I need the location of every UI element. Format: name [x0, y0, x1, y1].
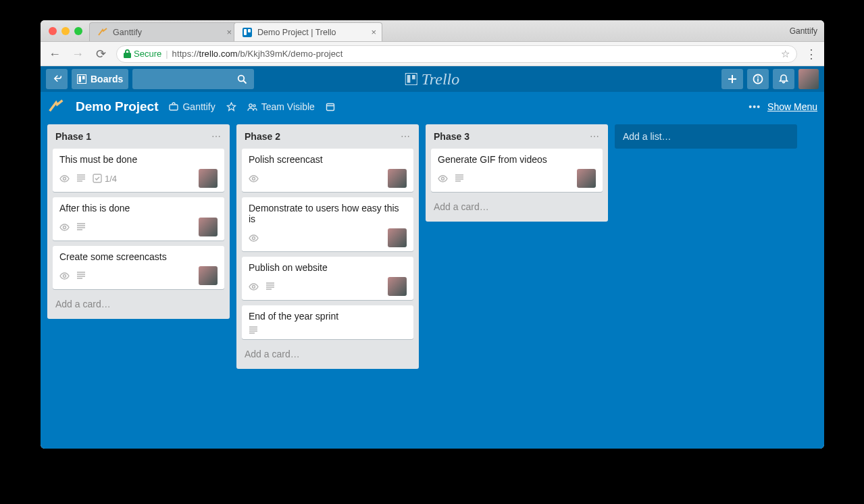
svg-line-7	[244, 80, 247, 83]
description-icon	[455, 174, 464, 183]
nav-reload-button[interactable]: ⟳	[93, 48, 108, 60]
watch-icon	[249, 233, 259, 243]
close-tab-icon[interactable]: ×	[226, 27, 232, 37]
card[interactable]: Demonstrate to users how easy this is	[242, 197, 413, 251]
trello-app: Boards Trello	[41, 66, 824, 449]
card[interactable]: This must be done1/4	[53, 149, 224, 192]
user-avatar[interactable]	[798, 69, 819, 89]
card-title: Publish on website	[249, 262, 407, 273]
member-avatar[interactable]	[388, 277, 407, 296]
show-menu-link[interactable]: Show Menu	[767, 101, 817, 112]
close-window-button[interactable]	[49, 27, 57, 35]
list-menu-button[interactable]: ⋯	[401, 131, 411, 142]
card-title: Generate GIF from videos	[438, 154, 596, 165]
search-input[interactable]	[132, 69, 254, 89]
member-avatar[interactable]	[199, 266, 218, 285]
visibility-label: Team Visible	[261, 101, 315, 112]
star-icon	[226, 102, 236, 112]
add-card-button[interactable]: Add a card…	[431, 197, 603, 216]
list-header: Phase 1⋯	[53, 130, 224, 143]
svg-point-16	[253, 104, 255, 106]
create-button[interactable]	[721, 69, 743, 89]
card[interactable]: End of the year sprint	[242, 305, 413, 339]
browser-window: Ganttify × Demo Project | Trello × Gantt…	[41, 20, 824, 449]
bookmark-star-icon[interactable]: ☆	[781, 48, 790, 60]
back-to-home-button[interactable]	[46, 69, 68, 89]
add-list-button[interactable]: Add a list…	[615, 124, 797, 149]
notifications-button[interactable]	[773, 69, 794, 89]
board-menu: ••• Show Menu	[748, 101, 817, 112]
watch-icon	[59, 174, 70, 184]
trello-header: Boards Trello	[41, 66, 824, 92]
search-icon	[237, 74, 247, 84]
board-title[interactable]: Demo Project	[76, 99, 158, 114]
nav-forward-button[interactable]: →	[70, 48, 85, 60]
svg-point-23	[253, 177, 255, 180]
list-menu-button[interactable]: ⋯	[211, 131, 222, 142]
calendar-button[interactable]	[326, 102, 335, 111]
svg-point-12	[757, 76, 759, 78]
trello-logo-text: Trello	[422, 70, 459, 89]
nav-back-button[interactable]: ←	[47, 48, 62, 60]
board-canvas: Phase 1⋯This must be done1/4After this i…	[41, 122, 824, 449]
svg-rect-14	[170, 105, 178, 110]
member-avatar[interactable]	[199, 169, 218, 188]
close-tab-icon[interactable]: ×	[371, 27, 376, 37]
member-avatar[interactable]	[199, 218, 218, 236]
card-title: After this is done	[59, 203, 218, 213]
info-icon	[753, 74, 763, 84]
maximize-window-button[interactable]	[74, 27, 82, 35]
star-button[interactable]	[226, 102, 236, 112]
secure-label: Secure	[134, 49, 161, 59]
minimize-window-button[interactable]	[61, 27, 70, 35]
url-bar: ← → ⟳ Secure | https://trello.com/b/Kkjh…	[41, 42, 824, 66]
browser-menu-button[interactable]: ⋮	[805, 47, 817, 61]
svg-rect-13	[757, 78, 759, 82]
svg-point-15	[249, 103, 252, 106]
profile-name[interactable]: Ganttify	[790, 26, 817, 36]
card[interactable]: Generate GIF from videos	[431, 149, 603, 192]
svg-rect-8	[405, 73, 417, 85]
add-card-button[interactable]: Add a card…	[53, 295, 224, 313]
card[interactable]: After this is done	[53, 197, 224, 241]
briefcase-icon	[169, 102, 178, 111]
list-title[interactable]: Phase 3	[434, 131, 469, 142]
team-icon	[247, 102, 257, 112]
board-header: Demo Project Ganttify Team Visible ••• S…	[41, 92, 824, 122]
watch-icon	[438, 174, 448, 184]
watch-icon	[249, 282, 259, 292]
add-card-button[interactable]: Add a card…	[242, 345, 413, 363]
info-button[interactable]	[747, 69, 769, 89]
member-avatar[interactable]	[388, 228, 407, 247]
member-avatar[interactable]	[388, 169, 407, 188]
list-title[interactable]: Phase 2	[245, 131, 280, 142]
ellipsis-icon[interactable]: •••	[748, 101, 761, 112]
visibility-chip[interactable]: Team Visible	[247, 101, 315, 112]
description-icon	[249, 326, 258, 335]
card-badges	[249, 326, 407, 335]
boards-button[interactable]: Boards	[72, 69, 128, 89]
address-field[interactable]: Secure | https://trello.com/b/Kkjh39mK/d…	[116, 45, 797, 63]
org-chip[interactable]: Ganttify	[169, 101, 215, 112]
plus-icon	[728, 74, 737, 84]
bell-icon	[778, 74, 789, 84]
lock-icon	[124, 49, 131, 58]
browser-tab-trello[interactable]: Demo Project | Trello ×	[234, 22, 382, 41]
svg-rect-10	[412, 75, 415, 79]
list-header: Phase 3⋯	[431, 130, 603, 143]
svg-point-25	[253, 285, 255, 288]
trello-logo[interactable]: Trello	[405, 70, 459, 89]
svg-point-19	[63, 177, 66, 180]
card-badges: 1/4	[59, 169, 218, 188]
browser-tab-ganttify[interactable]: Ganttify ×	[89, 22, 238, 41]
member-avatar[interactable]	[577, 169, 596, 188]
card[interactable]: Create some screencasts	[53, 246, 224, 289]
card[interactable]: Publish on website	[242, 257, 413, 300]
description-icon	[76, 222, 86, 232]
watch-icon	[249, 174, 259, 184]
card[interactable]: Polish screencast	[242, 149, 413, 192]
list-title[interactable]: Phase 1	[55, 131, 91, 142]
card-badges	[249, 228, 407, 247]
list-menu-button[interactable]: ⋯	[590, 131, 600, 142]
board-icon	[47, 98, 65, 116]
